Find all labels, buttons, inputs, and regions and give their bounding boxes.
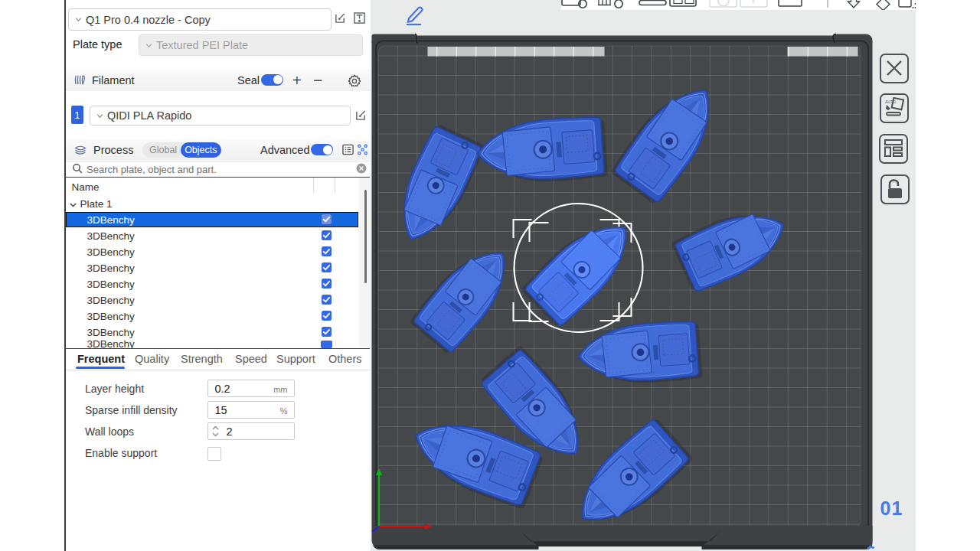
svg-text:AUTO: AUTO [885,99,896,104]
